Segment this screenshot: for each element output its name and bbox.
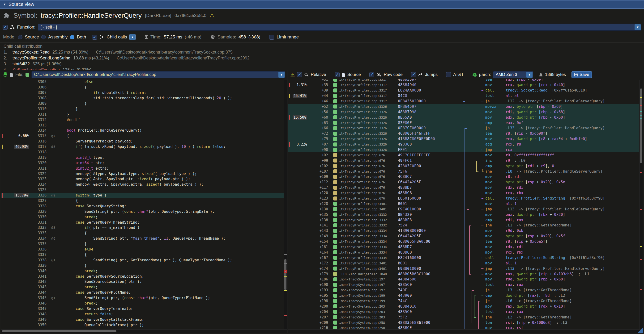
raw-code-checkbox[interactable]: ✓ (369, 72, 374, 77)
assembly-row[interactable]: +167…t\TracyProfiler.cpp:3334E824160000←… (288, 255, 643, 260)
source-row[interactable]: 3344 case ServerQueryPlotName: (1, 290, 287, 295)
source-row[interactable]: 3312#endif (1, 117, 287, 122)
source-row[interactable]: 3310 } (1, 106, 287, 112)
source-code-view[interactable]: 3305 else3306 {3307 if( shouldExit ) ret… (1, 79, 287, 329)
function-checkbox[interactable]: ✓ (2, 25, 8, 30)
title-bar[interactable]: ▼ Source view (0, 0, 644, 9)
source-row[interactable]: 3327 { (1, 198, 287, 203)
file-combo[interactable]: C:\Users\wolf\Desktop\darkrl\contrib\tra… (32, 71, 285, 78)
child-call-row[interactable]: 4.KeSynchronizeExecution125 μs (0.27%) (4, 67, 640, 70)
assembly-row[interactable]: +46…t\TracyProfiler.cpp:33170F8435020000… (288, 99, 643, 104)
radio-both[interactable] (70, 35, 74, 39)
source-row[interactable]: 3328 case ServerQueryString: (1, 203, 287, 209)
source-row[interactable]: 3348 return false; (1, 311, 287, 317)
assembly-row[interactable]: +164…t\TracyProfiler.cpp:3334488BCBmovrc… (288, 250, 643, 255)
assembly-row[interactable]: +72…t\TracyProfiler.cpp:33264C8D05F146F2… (288, 131, 643, 136)
source-row[interactable]: 3334@6 SendString( ptr, "Main thread", 1… (1, 236, 287, 241)
assembly-row[interactable]: 1.31%+35…t\TracyProfiler.cpp:3317488B494… (288, 82, 643, 88)
assembly-row[interactable]: +112…t\TracyProfiler.hpp:676C64424205Emo… (288, 179, 643, 185)
assembly-row[interactable]: +99…t\TracyProfiler.hpp:67649FFC1→incr9 … (288, 158, 643, 163)
assembly-row[interactable]: +92…t\TracyProfiler.hpp:67649C7C1FFFFFFF… (288, 152, 643, 158)
assembly-row[interactable]: +109…t\TracyProfiler.hpp:6764C8BC7movr8,… (288, 174, 643, 179)
assembly-row[interactable]: +186…mon\TracySystem.cpp:197448B4598movr… (288, 277, 643, 282)
source-row[interactable]: 3316 ServerQueryPacket payload; (1, 139, 287, 144)
jumps-checkbox[interactable]: ✓ (411, 72, 416, 77)
scrollbar-thumb[interactable] (640, 88, 642, 163)
assembly-row[interactable]: +39…t\TracyProfiler.cpp:3317E824AA0000←c… (288, 88, 643, 93)
source-row[interactable]: 3337 { (1, 252, 287, 258)
source-row[interactable]: 3307 if( shouldExit ) return; (1, 90, 287, 96)
source-row[interactable]: 3330 break; (1, 214, 287, 220)
assembly-row[interactable]: 45.41%+44…t\TracyProfiler.cpp:331784C0te… (288, 93, 643, 99)
source-row[interactable]: 3323 memcpy( &ptr, &payload.ptr, sizeof(… (1, 176, 287, 182)
source-row[interactable]: 15.79%3326@9 switch( type ) (1, 193, 287, 198)
assembly-row[interactable]: +117…t\TracyProfiler.hpp:676488BD7movrdx… (288, 185, 643, 190)
relative-checkbox[interactable]: ✓ (297, 72, 302, 77)
assembly-row[interactable]: +207…mon\TracySystem.cpp:20375F2└jne.L2 … (288, 315, 643, 320)
source-row[interactable]: 3305 else (1, 79, 287, 85)
source-row[interactable]: 3324 memcpy( &extra, &payload.extra, siz… (1, 182, 287, 187)
assembly-row[interactable]: +154…t\TracyProfiler.cpp:33344C8D055FBA0… (288, 239, 643, 244)
assembly-row[interactable]: +198…mon\TracySystem.cpp:199744C─je.L6 -… (288, 298, 643, 304)
source-row[interactable]: 3321 uint32_t extra; (1, 166, 287, 171)
child-call-row[interactable]: 1.tracy::Socket::Read25.25 ms (54.89%)C:… (4, 49, 640, 55)
collapse-up-button[interactable]: ▲ (130, 34, 136, 40)
source-horizontal-scrollbar[interactable] (1, 329, 287, 333)
source-checkbox[interactable]: ✓ (335, 72, 340, 77)
chevron-down-icon[interactable]: ▼ (634, 24, 641, 30)
source-row[interactable]: 3311} (1, 112, 287, 117)
radio-assembly[interactable] (41, 35, 46, 39)
radio-source[interactable] (18, 35, 22, 39)
assembly-row[interactable]: +52…t\TracyProfiler.cpp:33260FB64597movz… (288, 104, 643, 109)
source-row[interactable]: 3313 (1, 122, 287, 128)
uarch-combo[interactable]: AMD Zen 3 ▼ (493, 71, 533, 78)
assembly-row[interactable]: +174…t\TracyProfiler.cpp:3401E9B8010000─… (288, 266, 643, 271)
source-row[interactable]: 3314bool Profiler::HandleServerQuery() (1, 128, 287, 133)
source-row[interactable]: 3342 SendSourceLocation( ptr ); (1, 279, 287, 285)
source-row[interactable]: 3339 } (1, 263, 287, 268)
source-row[interactable]: 3335 } (1, 241, 287, 247)
assembly-row[interactable]: +204…mon\TracySystem.cpp:2034885C0testra… (288, 309, 643, 315)
source-row[interactable]: 3349 case ServerQueryCallstackFrame: (1, 317, 287, 322)
assembly-row[interactable]: +107…t\TracyProfiler.hpp:67675F6└jne.L0 … (288, 169, 643, 174)
assembly-row[interactable]: +138…t\TracyProfiler.cpp:3332483BF8cmprd… (288, 217, 643, 223)
assembly-row[interactable]: +130…t\TracyProfiler.cpp:3401E9E4010000─… (288, 206, 643, 212)
assembly-row[interactable]: +120…t\TracyProfiler.hpp:676488BCBmovrcx… (288, 190, 643, 196)
source-row[interactable]: 3345@1 SendString( ptr, (const char*)ptr… (1, 295, 287, 301)
source-row[interactable]: 3319 uint8_t type; (1, 155, 287, 160)
child-call-row[interactable]: 2.tracy::Profiler::SendLongString19.88 m… (4, 55, 640, 61)
function-combo[interactable]: [ - self - ] ▼ (38, 23, 642, 31)
source-row[interactable]: 3329 SendString( ptr, (const char*)ptr, … (1, 209, 287, 214)
resize-grip-icon[interactable] (638, 328, 643, 333)
assembly-row[interactable]: +90…t\TracyProfiler.cpp:3326FFE1←jmprcx (288, 147, 643, 153)
source-row[interactable]: 3325 (1, 187, 287, 193)
assembly-row[interactable]: +56…t\TracyProfiler.cpp:3326488B7D98movr… (288, 109, 643, 115)
source-row[interactable]: 3332@3 if( ptr == m_mainThread ) (1, 225, 287, 230)
source-row[interactable]: 3336 else (1, 247, 287, 252)
assembly-row[interactable]: +216…mon\TracySystem.cpp:258488BCEmovrcx… (288, 325, 643, 329)
assembly-row[interactable]: 0.22%+87…t\TracyProfiler.cpp:33264903C8a… (288, 142, 643, 147)
assembly-row[interactable]: +79…t\TracyProfiler.cpp:3326418B8C80E0BF… (288, 136, 643, 142)
source-row[interactable]: 3320 uint64_t ptr; (1, 160, 287, 166)
source-row[interactable]: 3340 break; (1, 268, 287, 274)
source-row[interactable]: 3346 break; (1, 301, 287, 306)
assembly-row[interactable]: +63…t\TracyProfiler.cpp:332683F80Fcmpeax… (288, 120, 643, 126)
assembly-row[interactable]: +123…t\TracyProfiler.hpp:676E850160000←c… (288, 196, 643, 201)
source-row[interactable]: 3308 std::this_thread::sleep_for( std::c… (1, 96, 287, 101)
chevron-down-icon[interactable]: ▼ (278, 72, 284, 78)
child-call-row[interactable]: 3.stat64i32625 μs (1.36%) (4, 61, 640, 67)
assembly-row[interactable]: +172…t\TracyProfiler.cpp:3401B001moval, … (288, 260, 643, 266)
scroll-grip-icon[interactable]: ◂ (284, 270, 287, 273)
assembly-horizontal-scrollbar[interactable] (288, 329, 643, 333)
source-row[interactable]: 3347 case ServerQueryTerminate: (1, 306, 287, 311)
source-vertical-scrollbar[interactable]: ◂ (284, 80, 287, 329)
assembly-row[interactable]: +179…1103\include\atomic:1048488B05B63C1… (288, 271, 643, 277)
assembly-row[interactable]: +209…mon\TracySystem.cpp:258488D35E88610… (288, 320, 643, 325)
att-checkbox[interactable] (446, 72, 451, 77)
assembly-row[interactable]: +66…t\TracyProfiler.cpp:33260F87CE060000… (288, 126, 643, 131)
assembly-row[interactable]: +135…t\TracyProfiler.cpp:33328B4320movea… (288, 212, 643, 217)
child-calls-checkbox[interactable]: ✓ (92, 35, 97, 40)
collapse-triangle-icon[interactable]: ▼ (3, 2, 6, 6)
source-row[interactable]: 3343 break; (1, 285, 287, 290)
assembly-row[interactable]: +193…mon\TracySystem.cpp:197740E─je.L3 -… (288, 288, 643, 293)
